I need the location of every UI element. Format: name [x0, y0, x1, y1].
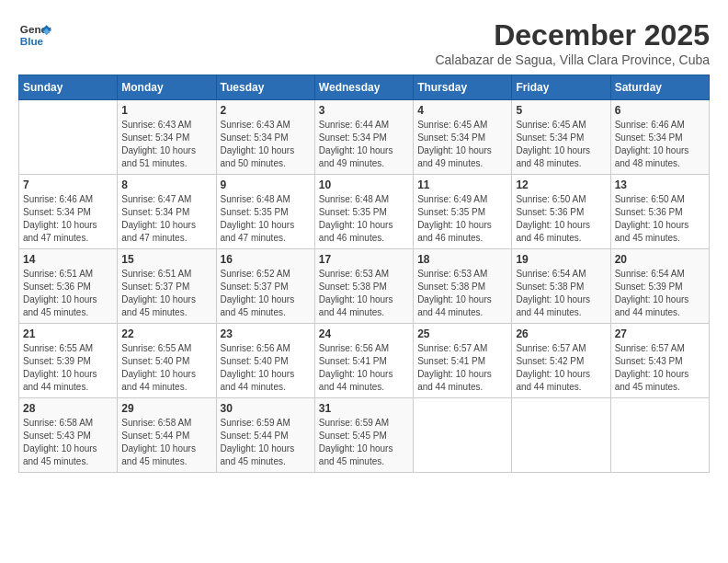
day-number: 18 [417, 253, 507, 266]
day-info: Sunrise: 6:49 AM Sunset: 5:35 PM Dayligh… [417, 193, 507, 245]
calendar-cell: 11Sunrise: 6:49 AM Sunset: 5:35 PM Dayli… [414, 175, 512, 249]
day-number: 23 [221, 327, 311, 340]
day-number: 28 [23, 402, 113, 415]
day-info: Sunrise: 6:59 AM Sunset: 5:44 PM Dayligh… [221, 417, 311, 468]
day-info: Sunrise: 6:54 AM Sunset: 5:39 PM Dayligh… [615, 268, 705, 319]
day-info: Sunrise: 6:44 AM Sunset: 5:34 PM Dayligh… [319, 119, 409, 170]
calendar-cell: 4Sunrise: 6:45 AM Sunset: 5:34 PM Daylig… [414, 100, 512, 175]
calendar-cell: 8Sunrise: 6:47 AM Sunset: 5:34 PM Daylig… [118, 175, 216, 249]
calendar-table: SundayMondayTuesdayWednesdayThursdayFrid… [18, 75, 710, 473]
day-number: 30 [221, 402, 311, 415]
day-info: Sunrise: 6:57 AM Sunset: 5:43 PM Dayligh… [615, 342, 705, 394]
calendar-cell: 23Sunrise: 6:56 AM Sunset: 5:40 PM Dayli… [216, 324, 314, 398]
day-number: 13 [615, 178, 705, 191]
day-number: 2 [221, 104, 311, 117]
calendar-cell: 17Sunrise: 6:53 AM Sunset: 5:38 PM Dayli… [314, 249, 413, 324]
header-day-thursday: Thursday [414, 75, 512, 100]
calendar-cell: 20Sunrise: 6:54 AM Sunset: 5:39 PM Dayli… [610, 249, 709, 324]
day-number: 26 [516, 327, 606, 340]
calendar-cell [512, 398, 610, 473]
calendar-week-2: 7Sunrise: 6:46 AM Sunset: 5:34 PM Daylig… [19, 175, 710, 249]
day-info: Sunrise: 6:43 AM Sunset: 5:34 PM Dayligh… [221, 119, 311, 170]
day-info: Sunrise: 6:50 AM Sunset: 5:36 PM Dayligh… [516, 193, 606, 245]
calendar-cell [414, 398, 512, 473]
calendar-cell: 26Sunrise: 6:57 AM Sunset: 5:42 PM Dayli… [512, 324, 610, 398]
calendar-cell: 7Sunrise: 6:46 AM Sunset: 5:34 PM Daylig… [19, 175, 118, 249]
day-info: Sunrise: 6:47 AM Sunset: 5:34 PM Dayligh… [121, 193, 211, 245]
day-number: 20 [615, 253, 705, 266]
day-info: Sunrise: 6:57 AM Sunset: 5:41 PM Dayligh… [417, 342, 507, 394]
day-info: Sunrise: 6:53 AM Sunset: 5:38 PM Dayligh… [319, 268, 409, 319]
day-number: 25 [417, 327, 507, 340]
calendar-cell: 9Sunrise: 6:48 AM Sunset: 5:35 PM Daylig… [216, 175, 314, 249]
calendar-cell: 12Sunrise: 6:50 AM Sunset: 5:36 PM Dayli… [512, 175, 610, 249]
calendar-body: 1Sunrise: 6:43 AM Sunset: 5:34 PM Daylig… [19, 100, 710, 473]
day-info: Sunrise: 6:45 AM Sunset: 5:34 PM Dayligh… [417, 119, 507, 170]
day-number: 4 [417, 104, 507, 117]
calendar-cell: 1Sunrise: 6:43 AM Sunset: 5:34 PM Daylig… [118, 100, 216, 175]
day-number: 22 [121, 327, 211, 340]
header-day-saturday: Saturday [610, 75, 709, 100]
day-info: Sunrise: 6:43 AM Sunset: 5:34 PM Dayligh… [121, 119, 211, 170]
day-info: Sunrise: 6:50 AM Sunset: 5:36 PM Dayligh… [615, 193, 705, 245]
day-info: Sunrise: 6:56 AM Sunset: 5:41 PM Dayligh… [319, 342, 409, 394]
day-number: 17 [319, 253, 409, 266]
svg-text:Blue: Blue [20, 35, 44, 47]
calendar-cell: 18Sunrise: 6:53 AM Sunset: 5:38 PM Dayli… [414, 249, 512, 324]
day-number: 1 [121, 104, 211, 117]
calendar-cell: 28Sunrise: 6:58 AM Sunset: 5:43 PM Dayli… [19, 398, 118, 473]
day-info: Sunrise: 6:46 AM Sunset: 5:34 PM Dayligh… [23, 193, 113, 245]
day-number: 7 [23, 178, 113, 191]
day-number: 15 [121, 253, 211, 266]
day-info: Sunrise: 6:51 AM Sunset: 5:37 PM Dayligh… [121, 268, 211, 319]
calendar-cell: 25Sunrise: 6:57 AM Sunset: 5:41 PM Dayli… [414, 324, 512, 398]
calendar-week-4: 21Sunrise: 6:55 AM Sunset: 5:39 PM Dayli… [19, 324, 710, 398]
day-number: 16 [221, 253, 311, 266]
day-info: Sunrise: 6:58 AM Sunset: 5:44 PM Dayligh… [121, 417, 211, 468]
calendar-cell: 10Sunrise: 6:48 AM Sunset: 5:35 PM Dayli… [314, 175, 413, 249]
calendar-cell: 29Sunrise: 6:58 AM Sunset: 5:44 PM Dayli… [118, 398, 216, 473]
day-info: Sunrise: 6:59 AM Sunset: 5:45 PM Dayligh… [319, 417, 409, 468]
month-title: December 2025 [435, 18, 710, 52]
day-number: 8 [121, 178, 211, 191]
day-number: 12 [516, 178, 606, 191]
day-info: Sunrise: 6:52 AM Sunset: 5:37 PM Dayligh… [221, 268, 311, 319]
header-day-tuesday: Tuesday [216, 75, 314, 100]
calendar-cell: 16Sunrise: 6:52 AM Sunset: 5:37 PM Dayli… [216, 249, 314, 324]
calendar-cell [19, 100, 118, 175]
day-info: Sunrise: 6:48 AM Sunset: 5:35 PM Dayligh… [221, 193, 311, 245]
day-number: 24 [319, 327, 409, 340]
day-number: 29 [121, 402, 211, 415]
logo-icon: General Blue [18, 18, 51, 52]
logo: General Blue [18, 18, 51, 52]
header-row: SundayMondayTuesdayWednesdayThursdayFrid… [19, 75, 710, 100]
header-day-monday: Monday [118, 75, 216, 100]
calendar-cell: 24Sunrise: 6:56 AM Sunset: 5:41 PM Dayli… [314, 324, 413, 398]
day-number: 21 [23, 327, 113, 340]
header-day-wednesday: Wednesday [314, 75, 413, 100]
day-info: Sunrise: 6:48 AM Sunset: 5:35 PM Dayligh… [319, 193, 409, 245]
day-number: 3 [319, 104, 409, 117]
calendar-cell: 31Sunrise: 6:59 AM Sunset: 5:45 PM Dayli… [314, 398, 413, 473]
calendar-cell: 19Sunrise: 6:54 AM Sunset: 5:38 PM Dayli… [512, 249, 610, 324]
day-number: 9 [221, 178, 311, 191]
calendar-week-5: 28Sunrise: 6:58 AM Sunset: 5:43 PM Dayli… [19, 398, 710, 473]
calendar-week-3: 14Sunrise: 6:51 AM Sunset: 5:36 PM Dayli… [19, 249, 710, 324]
calendar-cell: 2Sunrise: 6:43 AM Sunset: 5:34 PM Daylig… [216, 100, 314, 175]
day-info: Sunrise: 6:57 AM Sunset: 5:42 PM Dayligh… [516, 342, 606, 394]
calendar-cell: 27Sunrise: 6:57 AM Sunset: 5:43 PM Dayli… [610, 324, 709, 398]
location-subtitle: Calabazar de Sagua, Villa Clara Province… [435, 52, 710, 67]
day-info: Sunrise: 6:54 AM Sunset: 5:38 PM Dayligh… [516, 268, 606, 319]
day-number: 5 [516, 104, 606, 117]
header-day-sunday: Sunday [19, 75, 118, 100]
calendar-cell: 22Sunrise: 6:55 AM Sunset: 5:40 PM Dayli… [118, 324, 216, 398]
day-number: 19 [516, 253, 606, 266]
calendar-cell: 15Sunrise: 6:51 AM Sunset: 5:37 PM Dayli… [118, 249, 216, 324]
day-number: 31 [319, 402, 409, 415]
calendar-cell: 6Sunrise: 6:46 AM Sunset: 5:34 PM Daylig… [610, 100, 709, 175]
day-info: Sunrise: 6:51 AM Sunset: 5:36 PM Dayligh… [23, 268, 113, 319]
day-number: 27 [615, 327, 705, 340]
day-info: Sunrise: 6:55 AM Sunset: 5:40 PM Dayligh… [121, 342, 211, 394]
page-header: General Blue December 2025 Calabazar de … [18, 18, 710, 67]
calendar-cell: 21Sunrise: 6:55 AM Sunset: 5:39 PM Dayli… [19, 324, 118, 398]
